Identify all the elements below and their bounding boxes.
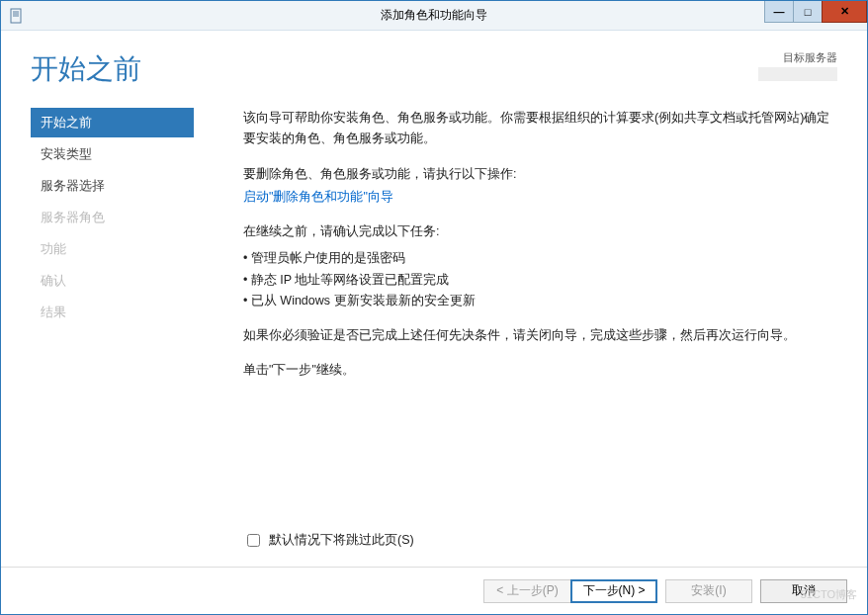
step-features: 功能 [31,234,194,264]
sidebar: 开始之前 安装类型 服务器选择 服务器角色 功能 确认 结果 [1,98,194,567]
continue-note: 单击"下一步"继续。 [243,360,837,381]
next-button[interactable]: 下一步(N) > [570,579,657,603]
wizard-window: 添加角色和功能向导 — □ ✕ 开始之前 目标服务器 开始之前 安装类型 服务器… [0,0,868,615]
prereq-item: 静态 IP 地址等网络设置已配置完成 [243,270,837,291]
step-server-roles: 服务器角色 [31,203,194,232]
step-confirm: 确认 [31,266,194,296]
step-results: 结果 [31,298,194,327]
window-controls: — □ ✕ [765,1,867,23]
app-icon [7,7,25,25]
confirm-prompt: 在继续之前，请确认完成以下任务: [243,221,837,242]
prereq-item: 管理员帐户使用的是强密码 [243,248,837,269]
nav-button-group: < 上一步(P) 下一步(N) > [483,579,657,603]
previous-button: < 上一步(P) [483,579,570,603]
page-title: 开始之前 [31,50,141,88]
wizard-body: 开始之前 安装类型 服务器选择 服务器角色 功能 确认 结果 该向导可帮助你安装… [1,98,867,567]
target-server: 目标服务器 [758,50,837,81]
skip-page-row: 默认情况下将跳过此页(S) [243,520,837,567]
cancel-button[interactable]: 取消 [760,579,847,603]
install-button: 安装(I) [665,579,752,603]
skip-page-checkbox[interactable] [247,534,260,547]
step-server-selection[interactable]: 服务器选择 [31,171,194,201]
remove-roles-link[interactable]: 启动"删除角色和功能"向导 [243,190,393,204]
minimize-button[interactable]: — [764,1,794,23]
intro-text: 该向导可帮助你安装角色、角色服务或功能。你需要根据组织的计算要求(例如共享文档或… [243,108,837,150]
prereq-item: 已从 Windows 更新安装最新的安全更新 [243,291,837,311]
close-button[interactable]: ✕ [822,1,867,23]
remove-prompt: 要删除角色、角色服务或功能，请执行以下操作: [243,164,837,185]
window-title: 添加角色和功能向导 [1,7,867,24]
content: 该向导可帮助你安装角色、角色服务或功能。你需要根据组织的计算要求(例如共享文档或… [194,98,847,567]
verify-note: 如果你必须验证是否已完成上述任何先决条件，请关闭向导，完成这些步骤，然后再次运行… [243,325,837,346]
step-before-you-begin[interactable]: 开始之前 [31,108,194,137]
maximize-button[interactable]: □ [793,1,823,23]
page-header: 开始之前 目标服务器 [1,31,867,98]
prereq-list: 管理员帐户使用的是强密码 静态 IP 地址等网络设置已配置完成 已从 Windo… [243,248,837,311]
titlebar: 添加角色和功能向导 — □ ✕ [1,1,867,31]
target-server-label: 目标服务器 [783,51,837,63]
footer: < 上一步(P) 下一步(N) > 安装(I) 取消 [1,567,867,614]
target-server-value [758,67,837,81]
skip-page-label[interactable]: 默认情况下将跳过此页(S) [269,530,414,551]
step-install-type[interactable]: 安装类型 [31,139,194,169]
